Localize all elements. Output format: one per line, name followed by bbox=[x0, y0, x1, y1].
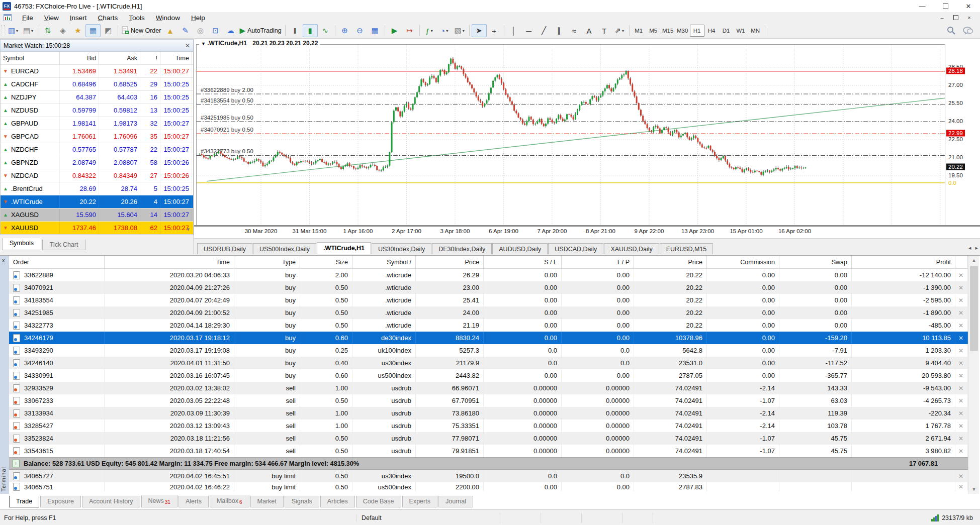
close-order-icon[interactable]: ✕ bbox=[955, 407, 968, 419]
timeframe-h4[interactable]: H4 bbox=[704, 25, 719, 37]
vertical-line-button[interactable]: │ bbox=[506, 24, 521, 37]
order-row[interactable]: 335238242020.03.18 11:21:56sell0.50usdru… bbox=[9, 432, 968, 445]
market-watch-tab-symbols[interactable]: Symbols bbox=[2, 238, 41, 250]
terminal-tab-alerts[interactable]: Alerts bbox=[179, 496, 209, 507]
terminal-tab-market[interactable]: Market bbox=[250, 496, 284, 507]
scroll-up-icon[interactable]: ▲ bbox=[969, 256, 979, 265]
close-order-icon[interactable]: ✕ bbox=[955, 369, 968, 382]
close-order-icon[interactable]: ✕ bbox=[955, 432, 968, 445]
chart-tab-eurusdm15[interactable]: EURUSD,M15 bbox=[660, 243, 714, 254]
order-row[interactable]: 336228892020.03.20 04:06:33buy2.00.wticr… bbox=[9, 269, 968, 281]
menu-item-insert[interactable]: Insert bbox=[64, 13, 93, 23]
menu-item-view[interactable]: View bbox=[39, 13, 64, 23]
chart-tab-wticrudeh1[interactable]: .WTICrude,H1 bbox=[317, 242, 371, 254]
trendline-button[interactable]: ╱ bbox=[537, 24, 552, 37]
terminal-tab-account-history[interactable]: Account History bbox=[82, 496, 140, 507]
terminal-tab-experts[interactable]: Experts bbox=[402, 496, 437, 507]
mdi-minimize-button[interactable]: – bbox=[935, 13, 949, 22]
close-order-icon[interactable]: ✕ bbox=[955, 394, 968, 407]
expert-advisors-icon[interactable]: ▲ bbox=[162, 24, 177, 37]
orders-col-time[interactable]: Time bbox=[105, 256, 234, 268]
order-row[interactable]: 340709212020.04.09 21:27:26buy0.50.wticr… bbox=[9, 281, 968, 294]
orders-col-symbol[interactable]: Symbol / bbox=[352, 256, 416, 268]
dropdown-arrow-icon[interactable]: ▾ bbox=[463, 29, 465, 33]
periods-button[interactable]: ◔▾ bbox=[437, 24, 452, 37]
orders-col-swap[interactable]: Swap bbox=[779, 256, 852, 268]
menu-item-window[interactable]: Window bbox=[150, 13, 186, 23]
profiles-button[interactable]: ▤▾ bbox=[21, 24, 36, 37]
chart-tab-usdcaddaily[interactable]: USDCAD,Daily bbox=[548, 243, 603, 254]
terminal-tab-trade[interactable]: Trade bbox=[9, 496, 39, 507]
timeframe-w1[interactable]: W1 bbox=[734, 25, 748, 37]
market-watch-row[interactable]: ▼EURCAD1.534691.534912215:00:27 bbox=[1, 65, 193, 78]
channel-button[interactable]: ∥ bbox=[552, 24, 567, 37]
market-watch-row[interactable]: ▲NZDJPY64.38764.4031615:00:25 bbox=[1, 91, 193, 104]
terminal-tab-exposure[interactable]: Exposure bbox=[40, 496, 81, 507]
market-watch-row[interactable]: ▼NZDCAD0.843220.843492715:00:26 bbox=[1, 169, 193, 182]
text-button[interactable]: A bbox=[582, 24, 597, 37]
new-chart-button[interactable]: ▥▾ bbox=[6, 24, 21, 37]
close-order-icon[interactable]: ✕ bbox=[955, 294, 968, 306]
fibonacci-button[interactable]: ≈ bbox=[567, 24, 582, 37]
market-watch-col-time[interactable]: Time bbox=[160, 52, 192, 64]
dropdown-arrow-icon[interactable]: ▾ bbox=[622, 29, 624, 33]
orders-col-order[interactable]: Order bbox=[9, 256, 105, 268]
order-row[interactable]: 343227732020.04.14 18:29:30buy0.50.wticr… bbox=[9, 319, 968, 332]
close-order-icon[interactable]: ✕ bbox=[955, 357, 968, 369]
orders-col-size[interactable]: Size bbox=[300, 256, 352, 268]
orders-col-profit[interactable]: Profit bbox=[852, 256, 955, 268]
market-watch-row[interactable]: ▲CADCHF0.684960.685252915:00:25 bbox=[1, 78, 193, 91]
web-terminal-icon[interactable]: ⊡ bbox=[208, 24, 223, 37]
crosshair-button[interactable]: + bbox=[487, 24, 502, 37]
terminal-scrollbar[interactable]: ▲ ▼ bbox=[968, 256, 979, 494]
auto-scroll-button[interactable]: ▶ bbox=[387, 24, 402, 37]
close-order-icon[interactable]: ✕ bbox=[955, 382, 968, 394]
terminal-tab-signals[interactable]: Signals bbox=[285, 496, 319, 507]
timeframe-d1[interactable]: D1 bbox=[719, 25, 734, 37]
timeframe-m5[interactable]: M5 bbox=[646, 25, 661, 37]
market-watch-row[interactable]: ▼XAUUSD1737.461738.086215:00:27 bbox=[1, 222, 193, 235]
metaeditor-button[interactable]: ✎ bbox=[177, 24, 193, 37]
close-order-icon[interactable]: ✕ bbox=[955, 344, 968, 357]
chart-plot-area[interactable]: #33622889 buy 2.00#34183554 buy 0.50#342… bbox=[196, 44, 945, 226]
chart-tabs-left-icon[interactable]: ◂ bbox=[968, 245, 971, 251]
timeframe-m1[interactable]: M1 bbox=[632, 25, 646, 37]
terminal-tab-articles[interactable]: Articles bbox=[320, 496, 355, 507]
market-watch-close-icon[interactable]: ✕ bbox=[185, 42, 190, 49]
market-watch-toggle[interactable]: ⇅ bbox=[40, 24, 55, 37]
status-profile[interactable]: Default bbox=[357, 513, 500, 523]
chart-tab-us30indexdaily[interactable]: US30Index,Daily bbox=[372, 243, 431, 254]
order-row[interactable]: 340657512020.04.02 16:46:22buy limit0.50… bbox=[9, 482, 968, 491]
market-watch-row[interactable]: ▲NZDUSD0.597990.598121315:00:25 bbox=[1, 104, 193, 117]
close-order-icon[interactable]: ✕ bbox=[955, 332, 968, 344]
market-watch-row[interactable]: ▲XAGUSD15.59015.6041415:00:27 bbox=[1, 208, 193, 222]
market-watch-row[interactable]: ▲.BrentCrud28.6928.74515:00:25 bbox=[1, 182, 193, 195]
focus-icon[interactable]: ◎ bbox=[193, 24, 208, 37]
market-watch-tab-tick-chart[interactable]: Tick Chart bbox=[42, 240, 86, 250]
dropdown-arrow-icon[interactable]: ▾ bbox=[431, 29, 433, 33]
chart-tab-us500indexdaily[interactable]: US500Index,Daily bbox=[253, 243, 316, 254]
terminal-close-icon[interactable]: x bbox=[2, 257, 5, 263]
candlestick-chart-button[interactable]: ▮ bbox=[303, 24, 318, 37]
market-watch-col-symbol[interactable]: Symbol bbox=[1, 52, 60, 64]
zoom-in-button[interactable]: ⊕ bbox=[337, 24, 352, 37]
scroll-down-icon[interactable]: ▼ bbox=[969, 485, 979, 494]
order-row[interactable]: 335436152020.03.18 17:40:54sell0.50usdru… bbox=[9, 445, 968, 457]
close-order-icon[interactable]: ✕ bbox=[955, 445, 968, 457]
orders-col-tp[interactable]: T / P bbox=[562, 256, 634, 268]
close-order-icon[interactable]: ✕ bbox=[955, 306, 968, 319]
community-icon[interactable]: ☁ bbox=[223, 24, 238, 37]
horizontal-line-button[interactable]: ─ bbox=[521, 24, 537, 37]
timeframe-h1[interactable]: H1 bbox=[690, 25, 704, 37]
chart-price-axis[interactable]: 28.5027.0025.5024.0022.5021.0019.5028.18… bbox=[945, 44, 978, 225]
terminal-toggle[interactable]: ▦ bbox=[85, 24, 101, 37]
line-chart-button[interactable]: ∿ bbox=[318, 24, 333, 37]
dropdown-arrow-icon[interactable]: ▾ bbox=[16, 29, 18, 33]
bar-chart-button[interactable]: ‖ bbox=[288, 24, 303, 37]
terminal-tab-news[interactable]: News31 bbox=[141, 495, 177, 507]
order-row[interactable]: 342519852020.04.09 21:00:52buy0.50.wticr… bbox=[9, 306, 968, 319]
market-watch-col-[interactable]: ! bbox=[140, 52, 160, 64]
orders-col-commission[interactable]: Commission bbox=[707, 256, 779, 268]
autotrading-button[interactable]: ▶AutoTrading bbox=[238, 24, 283, 37]
chart-dropdown-icon[interactable]: ▼ bbox=[201, 41, 206, 46]
